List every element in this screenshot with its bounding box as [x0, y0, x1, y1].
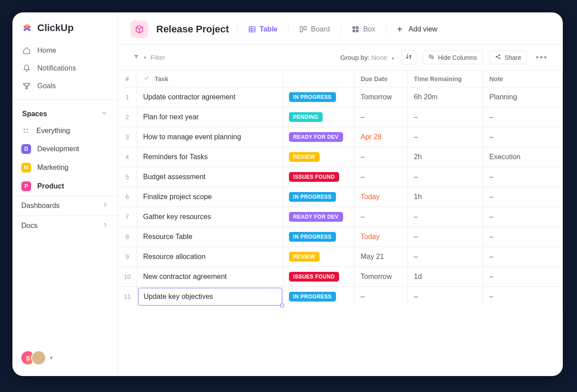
sidebar-space-item[interactable]: PProduct: [12, 177, 118, 196]
status-cell[interactable]: IN PROGRESS: [283, 87, 354, 107]
table-row[interactable]: 1Update contractor agreementIN PROGRESST…: [118, 87, 563, 107]
view-tab-box[interactable]: Box: [349, 24, 378, 35]
due-cell[interactable]: –: [354, 287, 407, 307]
note-cell[interactable]: Execution: [483, 147, 563, 167]
due-cell[interactable]: Tomorrow: [354, 87, 407, 107]
spaces-header[interactable]: Spaces: [12, 104, 118, 122]
note-cell[interactable]: –: [483, 127, 563, 147]
groupby-selector[interactable]: Group by: None ▼: [340, 54, 395, 61]
time-cell[interactable]: –: [407, 247, 483, 267]
task-name[interactable]: Resource allocation: [137, 247, 283, 267]
time-cell[interactable]: 1h: [407, 187, 483, 207]
status-cell[interactable]: ISSUES FOUND: [283, 167, 354, 187]
column-header-note[interactable]: Note: [483, 71, 563, 87]
status-cell[interactable]: IN PROGRESS: [283, 227, 354, 247]
resize-handle[interactable]: [281, 304, 284, 307]
task-name[interactable]: New contractor agreement: [137, 267, 283, 286]
table-row[interactable]: 2Plan for next yearPENDING–––: [118, 107, 563, 127]
task-cell[interactable]: Gather key resources: [137, 207, 283, 227]
due-cell[interactable]: May 21: [354, 247, 407, 267]
note-cell[interactable]: –: [483, 187, 563, 207]
add-view-button[interactable]: + Add view: [395, 23, 440, 35]
time-cell[interactable]: –: [407, 287, 483, 307]
table-row[interactable]: 11Update key objectivesIN PROGRESS–––: [118, 287, 563, 307]
caret-down-icon[interactable]: ▼: [49, 355, 54, 361]
task-name[interactable]: Budget assessment: [137, 167, 283, 187]
due-cell[interactable]: Apr 28: [354, 127, 407, 147]
sidebar-item-goals[interactable]: Goals: [17, 77, 113, 95]
due-cell[interactable]: –: [354, 167, 407, 187]
filter-button[interactable]: ▼ Filter: [130, 52, 168, 63]
due-cell[interactable]: –: [354, 107, 407, 127]
task-cell[interactable]: Plan for next year: [137, 107, 283, 127]
time-cell[interactable]: –: [407, 167, 483, 187]
task-name[interactable]: Reminders for Tasks: [137, 147, 283, 167]
table-row[interactable]: 10New contractor agreementISSUES FOUNDTo…: [118, 267, 563, 287]
view-tab-board[interactable]: Board: [296, 24, 332, 35]
status-cell[interactable]: READY FOR DEV: [283, 127, 354, 147]
column-header-status[interactable]: [283, 71, 354, 87]
column-header-due[interactable]: Due Date: [354, 71, 407, 87]
task-cell[interactable]: Budget assessment: [137, 167, 283, 187]
column-header-task[interactable]: Task: [137, 71, 283, 87]
task-cell[interactable]: Update key objectives: [137, 287, 283, 307]
column-header-number[interactable]: #: [118, 71, 137, 87]
table-row[interactable]: 5Budget assessmentISSUES FOUND–––: [118, 167, 563, 187]
time-cell[interactable]: 1d: [407, 267, 483, 287]
sidebar-space-item[interactable]: DDevelopment: [12, 140, 118, 158]
time-cell[interactable]: –: [407, 107, 483, 127]
task-name[interactable]: Finalize project scope: [137, 187, 283, 207]
note-cell[interactable]: –: [483, 107, 563, 127]
note-cell[interactable]: –: [483, 167, 563, 187]
status-cell[interactable]: REVIEW: [283, 247, 354, 267]
task-cell[interactable]: Resource Table: [137, 227, 283, 247]
due-cell[interactable]: –: [354, 207, 407, 227]
status-cell[interactable]: IN PROGRESS: [283, 287, 354, 307]
task-cell[interactable]: Reminders for Tasks: [137, 147, 283, 167]
sidebar-item-dashboards[interactable]: Dashboards: [12, 196, 118, 216]
note-cell[interactable]: Planning: [483, 87, 563, 107]
share-button[interactable]: Share: [489, 51, 527, 64]
due-cell[interactable]: –: [354, 147, 407, 167]
table-row[interactable]: 4Reminders for TasksREVIEW–2hExecution: [118, 147, 563, 167]
due-cell[interactable]: Today: [354, 187, 407, 207]
status-cell[interactable]: ISSUES FOUND: [283, 267, 354, 287]
time-cell[interactable]: –: [407, 227, 483, 247]
note-cell[interactable]: –: [483, 207, 563, 227]
time-cell[interactable]: 2h: [407, 147, 483, 167]
status-cell[interactable]: IN PROGRESS: [283, 187, 354, 207]
task-cell[interactable]: Resource allocation: [137, 247, 283, 267]
note-cell[interactable]: –: [483, 227, 563, 247]
more-button[interactable]: •••: [533, 52, 550, 63]
table-row[interactable]: 8Resource TableIN PROGRESSToday––: [118, 227, 563, 247]
note-cell[interactable]: –: [483, 247, 563, 267]
task-name[interactable]: How to manage event planning: [137, 127, 283, 147]
due-cell[interactable]: Today: [354, 227, 407, 247]
task-cell[interactable]: New contractor agreement: [137, 267, 283, 287]
time-cell[interactable]: –: [407, 207, 483, 227]
task-cell[interactable]: Finalize project scope: [137, 187, 283, 207]
task-cell[interactable]: Update contractor agreement: [137, 87, 283, 107]
table-row[interactable]: 6Finalize project scopeIN PROGRESSToday1…: [118, 187, 563, 207]
sidebar-item-docs[interactable]: Docs: [12, 216, 118, 235]
status-cell[interactable]: READY FOR DEV: [283, 207, 354, 227]
table-row[interactable]: 7Gather key resourcesREADY FOR DEV–––: [118, 207, 563, 227]
sort-button[interactable]: [401, 50, 416, 65]
sidebar-item-notifications[interactable]: Notifications: [17, 59, 113, 77]
task-name[interactable]: Plan for next year: [137, 107, 283, 127]
task-name[interactable]: Update key objectives: [138, 288, 282, 306]
logo[interactable]: ClickUp: [12, 12, 118, 42]
table-row[interactable]: 9Resource allocationREVIEWMay 21––: [118, 247, 563, 267]
due-cell[interactable]: Tomorrow: [354, 267, 407, 287]
status-cell[interactable]: REVIEW: [283, 147, 354, 167]
view-tab-table[interactable]: Table: [245, 24, 281, 35]
note-cell[interactable]: –: [483, 267, 563, 287]
table-row[interactable]: 3How to manage event planningREADY FOR D…: [118, 127, 563, 147]
note-cell[interactable]: –: [483, 287, 563, 307]
sidebar-item-home[interactable]: Home: [17, 42, 113, 59]
task-cell[interactable]: How to manage event planning: [137, 127, 283, 147]
task-name[interactable]: Gather key resources: [137, 207, 283, 227]
status-cell[interactable]: PENDING: [283, 107, 354, 127]
time-cell[interactable]: 6h 20m: [407, 87, 483, 107]
time-cell[interactable]: –: [407, 127, 483, 147]
